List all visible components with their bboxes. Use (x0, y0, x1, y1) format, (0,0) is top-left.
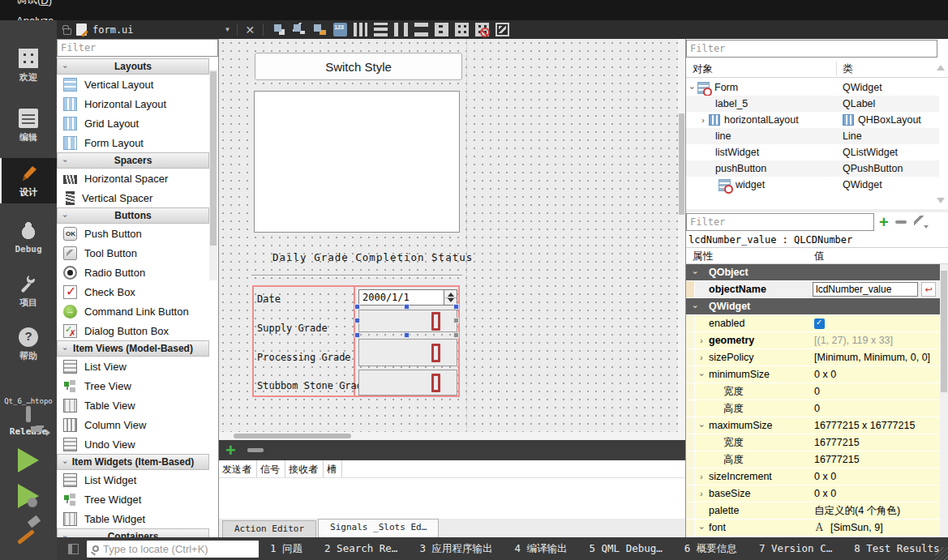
switch-style-button[interactable]: Switch Style (255, 53, 462, 80)
property-scrollbar[interactable] (940, 264, 948, 537)
output-pane-tab[interactable]: 4 编译输出 (514, 542, 567, 556)
lcd-number-stone[interactable] (358, 370, 457, 395)
add-dynamic-property-button[interactable]: + (879, 216, 889, 229)
form-editor-canvas[interactable]: Switch Style Daily Grade Completion Stat… (219, 39, 685, 440)
widgetbox-section-item-views[interactable]: ›Item Views (Model-Based) (57, 340, 209, 357)
kit-selector[interactable] (0, 408, 57, 420)
tab-signals-slots-editor[interactable]: Signals _Slots Ed… (318, 519, 439, 537)
object-row-horizontallayout[interactable]: › horizontalLayout QHBoxLayout (686, 112, 939, 128)
remove-connection-button[interactable] (247, 448, 264, 452)
signal-editor-column[interactable]: 信号 (257, 460, 285, 477)
widgetbox-item[interactable]: Column View (57, 415, 209, 434)
widgetbox-item[interactable]: Table Widget (57, 509, 209, 528)
mode-debug[interactable]: Debug (0, 215, 57, 260)
selection-handle[interactable] (404, 332, 410, 338)
window-resize-grip[interactable] (935, 547, 948, 560)
widgetbox-section-spacers[interactable]: ›Spacers (57, 152, 209, 169)
selection-handle[interactable] (354, 318, 360, 323)
property-row-maximumsize[interactable]: › maximumSize 16777215 x 16777215 (686, 417, 940, 434)
output-pane-tab[interactable]: 5 QML Debug… (590, 542, 663, 556)
stone-grade-label[interactable]: Stubbom Stone Grade (257, 380, 368, 391)
output-pane-tab[interactable]: 7 Version C… (759, 542, 832, 556)
widgetbox-section-layouts[interactable]: ›Layouts (57, 58, 209, 75)
document-dropdown-icon[interactable]: ▼ (225, 26, 231, 33)
sidebar-toggle-icon[interactable] (68, 544, 79, 554)
separator-line[interactable] (251, 275, 462, 276)
tab-action-editor[interactable]: Action Editor (222, 520, 316, 537)
signal-editor-column[interactable]: 接收者 (285, 460, 324, 477)
open-document-selector[interactable]: form.ui (92, 24, 134, 36)
date-label[interactable]: Date (257, 293, 281, 305)
lock-icon[interactable] (63, 28, 71, 35)
widgetbox-scrollbar[interactable] (209, 70, 217, 280)
widgetbox-item[interactable]: Command Link Button (57, 301, 209, 321)
property-row-enabled[interactable]: enabled (686, 315, 940, 332)
property-row-minimum-width[interactable]: 宽度 0 (686, 383, 940, 400)
widgetbox-item[interactable]: Tree Widget (57, 489, 209, 509)
selection-handle[interactable] (354, 304, 360, 310)
enabled-checkbox[interactable] (814, 318, 825, 329)
widgetbox-item[interactable]: Grid Layout (57, 113, 209, 133)
property-row-basesize[interactable]: › baseSize 0 x 0 (686, 485, 940, 502)
property-settings-icon[interactable] (914, 216, 927, 229)
signal-editor-column[interactable]: 发送者 (219, 460, 257, 477)
form-layout-outline[interactable]: Date Supply Grade Processing Grade Stubb… (252, 285, 460, 397)
widgetbox-item[interactable]: Tool Button (57, 243, 209, 263)
widgetbox-section-buttons[interactable]: ›Buttons (57, 207, 209, 224)
mode-projects[interactable]: 项目 (0, 268, 57, 314)
remove-dynamic-property-button[interactable] (895, 220, 907, 224)
run-button[interactable] (18, 448, 39, 472)
selection-handle[interactable] (453, 332, 459, 338)
section-qwidget[interactable]: ›QWidget (686, 298, 940, 315)
layout-grid-icon[interactable] (455, 23, 469, 36)
property-row-palette[interactable]: palette 自定义的(4 个角色) (686, 502, 940, 519)
widgetbox-item[interactable]: Vertical Spacer (57, 188, 209, 207)
widgetbox-section-containers[interactable]: ›Containers (57, 528, 209, 537)
widgetbox-item[interactable]: Vertical Layout (57, 75, 209, 94)
layout-split-vertical-icon[interactable] (414, 23, 428, 36)
add-connection-button[interactable]: + (225, 442, 236, 459)
output-pane-tab[interactable]: 3 应用程序输出 (419, 542, 492, 556)
date-edit[interactable]: 2000/1/1 (358, 289, 457, 306)
adjust-size-icon[interactable] (495, 23, 509, 36)
selection-handle[interactable] (453, 304, 459, 310)
widgetbox-item[interactable]: Horizontal Layout (57, 94, 209, 113)
property-row-sizeincrement[interactable]: › sizeIncrement 0 x 0 (686, 468, 940, 485)
break-layout-icon[interactable] (475, 23, 489, 36)
output-pane-tab[interactable]: 8 Test Results (854, 542, 939, 556)
object-row-form[interactable]: › Form QWidget (686, 79, 939, 96)
widgetbox-item[interactable]: Form Layout (57, 133, 209, 152)
property-row-maximum-width[interactable]: 宽度 16777215 (686, 434, 940, 451)
mode-design[interactable]: 设计 (0, 158, 57, 203)
canvas-horizontal-scrollbar[interactable] (219, 432, 685, 440)
edit-widgets-icon[interactable] (272, 23, 286, 36)
lcd-number-supply[interactable] (358, 310, 457, 332)
property-filter-input[interactable]: Filter (686, 213, 874, 231)
property-row-minimumsize[interactable]: › minimumSize 0 x 0 (686, 366, 940, 383)
close-document-button[interactable]: ✕ (243, 24, 258, 36)
objectname-value-input[interactable]: lcdNumber_value (813, 282, 918, 297)
mode-help[interactable]: 帮助 (0, 322, 57, 367)
widgetbox-item[interactable]: Dialog Button Box (57, 321, 209, 340)
list-widget[interactable] (254, 91, 460, 233)
widgetbox-item[interactable]: Check Box (57, 282, 209, 301)
object-inspector-filter-input[interactable]: Filter (686, 40, 937, 58)
widgetbox-item[interactable]: Tree View (57, 376, 209, 395)
build-button[interactable] (15, 516, 42, 541)
object-row-listwidget[interactable]: listWidget QListWidget (686, 144, 939, 160)
widgetbox-item[interactable]: Table View (57, 395, 209, 415)
property-row-objectname[interactable]: objectName lcdNumber_value ↩ (686, 281, 940, 298)
lcd-number-processing[interactable] (358, 339, 457, 366)
scroll-up-icon[interactable] (937, 65, 945, 71)
object-row-line[interactable]: line Line (686, 128, 939, 144)
canvas-vertical-scrollbar[interactable] (678, 39, 685, 432)
output-pane-tab[interactable]: 2 Search Re… (324, 542, 397, 556)
processing-grade-label[interactable]: Processing Grade (257, 352, 351, 363)
property-row-geometry[interactable]: › geometry [(1, 27), 119 x 33] (686, 332, 940, 349)
edit-tab-order-icon[interactable] (333, 23, 347, 36)
layout-vertical-icon[interactable] (374, 23, 388, 36)
debug-run-button[interactable] (18, 484, 39, 508)
property-row-sizepolicy[interactable]: › sizePolicy [Minimum, Minimum, 0, 0] (686, 349, 940, 366)
object-row-widget[interactable]: widget QWidget (686, 177, 939, 193)
widgetbox-item[interactable]: Horizontal Spacer (57, 169, 209, 188)
